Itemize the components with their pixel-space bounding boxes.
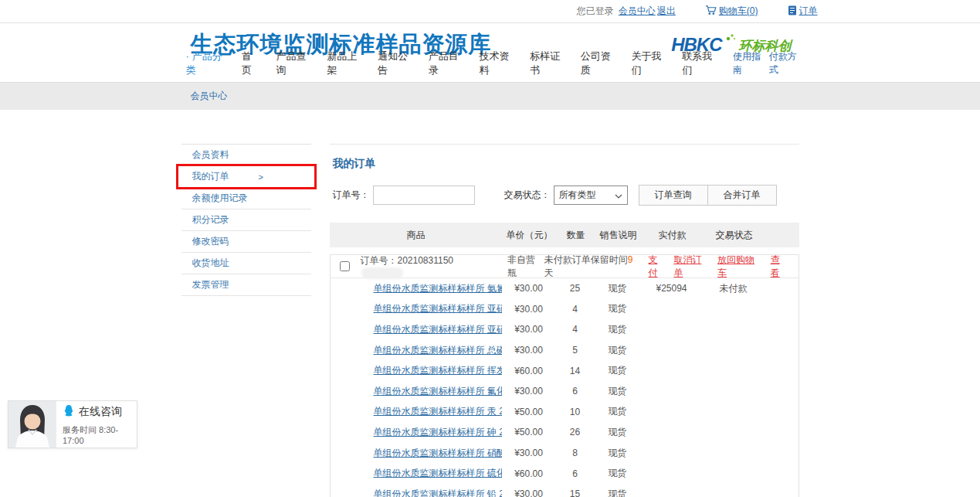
product-link[interactable]: 单组份水质监测标样标样所 汞 20ml 水质标样202051	[374, 406, 502, 417]
chevron-down-icon	[615, 190, 622, 201]
product-link[interactable]: 单组份水质监测标样标样所 砷 20ml 水质标样200455	[374, 427, 502, 437]
table-header-row: 商品 单价（元） 数量 销售说明 实付款 交易状态	[330, 223, 799, 247]
active-arrow-icon: >	[259, 172, 263, 182]
nav-item-qualifications[interactable]: 公司资质	[581, 49, 614, 77]
order-items: 单组份水质监测标样标样所 氨氮 20ml 水质标样2005153 ¥30.00 …	[331, 278, 799, 497]
nav-product-category[interactable]: ·产品分类	[186, 49, 225, 77]
product-link[interactable]: 单组份水质监测标样标样所 氨氮 20ml 水质标样2005153	[374, 283, 502, 294]
item-unit-price: ¥50.00	[502, 427, 556, 437]
pay-link[interactable]: 支付	[649, 254, 667, 280]
product-link[interactable]: 单组份水质监测标样标样所 氟化物 20ml 水质标样201757	[374, 386, 502, 397]
orders-table: 商品 单价（元） 数量 销售说明 实付款 交易状态 订单号：2021083115…	[330, 223, 799, 497]
order-item-row: 单组份水质监测标样标样所 硫化物 20ml 水质标样205544 ¥60.00 …	[331, 463, 799, 484]
item-sales-note: 现货	[595, 302, 641, 315]
usage-guide-link[interactable]: 使用指南	[733, 50, 763, 77]
cart-link[interactable]: 购物车(0)	[705, 5, 758, 18]
item-quantity: 6	[556, 386, 595, 397]
nav-item-product-search[interactable]: 产品查询	[276, 49, 309, 77]
order-item-row: 单组份水质监测标样标样所 氟化物 20ml 水质标样201757 ¥30.00 …	[331, 381, 799, 402]
header-paid-amount: 实付款	[642, 229, 704, 242]
logout-link[interactable]: 退出	[657, 5, 676, 18]
product-link[interactable]: 单组份水质监测标样标样所 铅 20ml 水质标样201240	[374, 488, 502, 497]
brand-dots-icon	[725, 32, 736, 44]
sidebar-item-change-password[interactable]: 修改密码	[181, 231, 311, 253]
order-item-row: 单组份水质监测标样标样所 总磷 20ml 水质标样203997 ¥30.00 5…	[331, 340, 799, 361]
item-sales-note: 现货	[595, 405, 641, 418]
payment-method-link[interactable]: 付款方式	[769, 50, 799, 77]
product-link[interactable]: 单组份水质监测标样标样所 总磷 20ml 水质标样203997	[374, 345, 502, 356]
item-sales-note: 现货	[595, 488, 641, 497]
item-unit-price: ¥30.00	[502, 488, 556, 497]
product-link[interactable]: 单组份水质监测标样标样所 挥发酚 20ml 水质标样200364	[374, 365, 502, 376]
retain-days: 9	[628, 254, 633, 265]
item-quantity: 5	[556, 345, 595, 356]
breadcrumb[interactable]: 会员中心	[181, 90, 228, 103]
header-quantity: 数量	[557, 229, 595, 242]
item-unit-price: ¥30.00	[502, 324, 556, 335]
login-status-text: 您已登录	[577, 5, 614, 18]
nav-item-contact-us[interactable]: 联系我们	[682, 49, 715, 77]
order-item-row: 单组份水质监测标样标样所 铅 20ml 水质标样201240 ¥30.00 15…	[331, 484, 799, 497]
nav-item-tech-docs[interactable]: 技术资料	[479, 49, 512, 77]
sidebar-item-points-records[interactable]: 积分记录	[181, 209, 311, 231]
order-header-row: 订单号：20210831150 非自营瓶 未付款订单保留时间9天 支付 取消订单…	[331, 255, 799, 278]
order-item-row: 单组份水质监测标样标样所 氨氮 20ml 水质标样2005153 ¥30.00 …	[331, 278, 799, 299]
merge-orders-button[interactable]: 合并订单	[707, 185, 777, 206]
online-chat-widget[interactable]: 在线咨询 服务时间 8:30-17:00	[8, 400, 137, 448]
product-link[interactable]: 单组份水质监测标样标样所 亚硝酸盐（以氮计） 20ml 水质标样200644	[374, 324, 502, 335]
redacted-blur	[361, 267, 403, 279]
sidebar-item-shipping-address[interactable]: 收货地址	[181, 253, 311, 274]
order-item-row: 单组份水质监测标样标样所 汞 20ml 水质标样202051 ¥50.00 10…	[331, 402, 799, 423]
product-link[interactable]: 单组份水质监测标样标样所 硫化物 20ml 水质标样205544	[374, 468, 502, 478]
agent-avatar	[8, 401, 56, 448]
header-sales-note: 销售说明	[595, 229, 642, 242]
item-unit-price: ¥60.00	[502, 366, 556, 376]
nav-item-new-arrivals[interactable]: 新品上架	[327, 49, 360, 77]
orders-link[interactable]: 订单	[788, 5, 818, 18]
order-tag: 非自营瓶	[507, 254, 544, 280]
order-query-button[interactable]: 订单查询	[639, 185, 708, 206]
sidebar-item-invoice-management[interactable]: 发票管理	[181, 274, 311, 296]
trade-status-select[interactable]: 所有类型	[554, 186, 628, 205]
order-item-row: 单组份水质监测标样标样所 砷 20ml 水质标样200455 ¥50.00 26…	[331, 422, 799, 443]
view-order-link[interactable]: 查看	[771, 254, 789, 280]
nav-item-notices[interactable]: 通知公告	[378, 49, 411, 77]
sidebar: 会员资料 我的订单 > 余额使用记录 积分记录 修改密码 收货地址 发票管理	[181, 144, 311, 296]
item-sales-note: 现货	[595, 282, 641, 295]
bullet-icon: ·	[186, 50, 189, 62]
nav-aux-links: 使用指南 付款方式	[733, 50, 799, 77]
nav-item-home[interactable]: 首页	[242, 49, 258, 77]
return-to-cart-link[interactable]: 放回购物车	[717, 254, 764, 280]
chat-text: 在线咨询 服务时间 8:30-17:00	[56, 404, 137, 445]
item-sales-note: 现货	[595, 344, 641, 357]
order-list-icon	[788, 5, 797, 18]
order-no-input[interactable]	[373, 186, 475, 205]
chat-title-text: 在线咨询	[79, 405, 122, 419]
order-actions: 未付款订单保留时间9天 支付 取消订单 放回购物车 查看	[544, 254, 789, 280]
page-title: 我的订单	[333, 157, 799, 171]
nav-item-certificates[interactable]: 标样证书	[530, 49, 563, 77]
order-number: 订单号：20210831150	[361, 254, 500, 279]
sidebar-item-my-orders[interactable]: 我的订单 >	[181, 166, 311, 188]
item-unit-price: ¥30.00	[502, 345, 556, 356]
header: 生态环境监测标准样品资源库 HBKC 环标科创 ·产品分类 首页 产品查询 新品…	[0, 23, 980, 82]
item-quantity: 8	[556, 448, 595, 458]
order-group: 订单号：20210831150 非自营瓶 未付款订单保留时间9天 支付 取消订单…	[330, 254, 799, 497]
nav-item-about-us[interactable]: 关于我们	[632, 49, 665, 77]
order-item-row: 单组份水质监测标样标样所 亚硝酸盐（以氮计） 20ml 水质标样200643 ¥…	[331, 299, 799, 320]
retain-time-text: 未付款订单保留时间9天	[544, 254, 642, 280]
product-link[interactable]: 单组份水质监测标样标样所 亚硝酸盐（以氮计） 20ml 水质标样200643	[374, 303, 502, 314]
item-quantity: 4	[556, 304, 595, 315]
order-item-row: 单组份水质监测标样标样所 亚硝酸盐（以氮计） 20ml 水质标样200644 ¥…	[331, 319, 799, 340]
order-checkbox[interactable]	[340, 261, 350, 271]
product-link[interactable]: 单组份水质监测标样标样所 硝酸盐（以氮计） 20ml 水质标样200850	[374, 448, 502, 458]
nav-item-catalog[interactable]: 产品目录	[429, 49, 462, 77]
sidebar-item-balance-records[interactable]: 余额使用记录	[181, 188, 311, 209]
trade-status-label: 交易状态：	[504, 189, 551, 202]
item-sales-note: 现货	[595, 447, 641, 460]
main-nav: ·产品分类 首页 产品查询 新品上架 通知公告 产品目录 技术资料 标样证书 公…	[186, 49, 799, 77]
sidebar-item-member-profile[interactable]: 会员资料	[181, 145, 311, 166]
cancel-order-link[interactable]: 取消订单	[673, 254, 710, 280]
member-center-link[interactable]: 会员中心	[619, 5, 656, 18]
item-unit-price: ¥30.00	[502, 386, 556, 397]
